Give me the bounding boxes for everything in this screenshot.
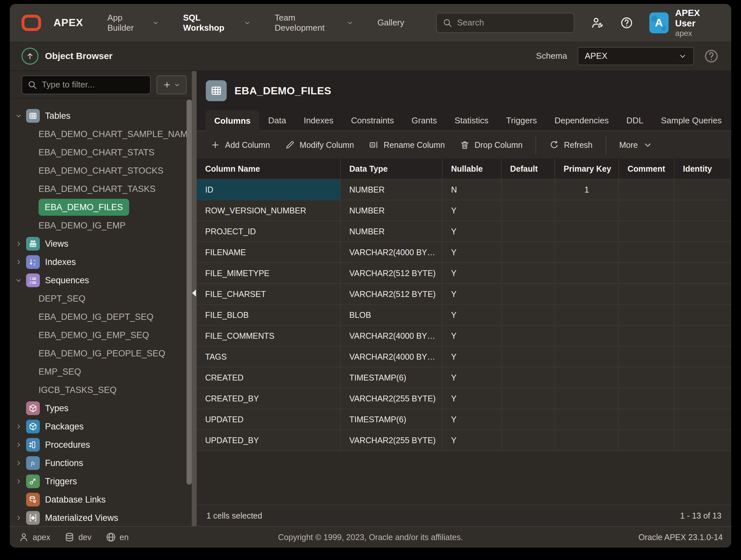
cell-file_comments-column-name[interactable]: FILE_COMMENTS [197,326,341,347]
cell-file_mimetype-nullable[interactable]: Y [443,263,501,284]
cell-created-column-name[interactable]: CREATED [197,367,341,388]
tree-node-functions[interactable]: fxFunctions [10,454,192,472]
cell-updated-data-type[interactable]: TIMESTAMP(6) [341,409,443,430]
tree-leaf-igcb_tasks_seq[interactable]: IGCB_TASKS_SEQ [10,381,192,399]
cell-file_mimetype-data-type[interactable]: VARCHAR2(512 BYTE) [341,263,443,284]
splitter-collapse-handle[interactable] [192,290,196,297]
tree-node-views[interactable]: Views [10,235,192,253]
cell-created-comment[interactable] [619,367,674,388]
cell-file_charset-column-name[interactable]: FILE_CHARSET [197,284,341,305]
help-icon[interactable] [620,15,634,30]
cell-updated_by-comment[interactable] [619,430,674,451]
cell-created-primary-key[interactable] [555,367,619,388]
cell-updated_by-data-type[interactable]: VARCHAR2(255 BYTE) [341,430,443,451]
create-object-button[interactable] [156,75,187,94]
cell-updated-default[interactable] [501,409,555,430]
tab-indexes[interactable]: Indexes [295,110,342,131]
cell-created_by-default[interactable] [501,388,555,409]
cell-updated-nullable[interactable]: Y [443,409,501,430]
cell-created_by-primary-key[interactable] [555,388,619,409]
back-up-button[interactable] [21,48,39,65]
nav-menu-team-development[interactable]: Team Development [275,13,353,33]
tab-columns[interactable]: Columns [205,110,259,131]
cell-file_mimetype-column-name[interactable]: FILE_MIMETYPE [197,263,341,284]
tree-leaf-eba_demo_chart_stocks[interactable]: EBA_DEMO_CHART_STOCKS [10,162,192,180]
cell-id-comment[interactable] [619,180,674,200]
cell-file_charset-default[interactable] [501,284,555,305]
cell-row_version_number-comment[interactable] [619,200,674,221]
cell-updated-column-name[interactable]: UPDATED [197,409,341,430]
cell-file_charset-data-type[interactable]: VARCHAR2(512 BYTE) [341,284,443,305]
cell-created-identity[interactable] [674,367,731,388]
cell-file_blob-data-type[interactable]: BLOB [341,305,443,326]
cell-file_blob-nullable[interactable]: Y [443,305,501,326]
footer-item-dev[interactable]: dev [64,532,91,543]
cell-file_blob-primary-key[interactable] [555,305,619,326]
cell-filename-identity[interactable] [674,242,731,263]
cell-row_version_number-identity[interactable] [674,200,731,221]
cell-file_charset-primary-key[interactable] [555,284,619,305]
cell-created-default[interactable] [501,367,555,388]
cell-id-identity[interactable] [674,180,731,200]
cell-row_version_number-nullable[interactable]: Y [443,200,501,221]
cell-filename-data-type[interactable]: VARCHAR2(4000 BY… [341,242,443,263]
cell-tags-primary-key[interactable] [555,347,619,367]
tree-leaf-eba_demo_ig_dept_seq[interactable]: EBA_DEMO_IG_DEPT_SEQ [10,308,192,326]
cell-updated_by-primary-key[interactable] [555,430,619,451]
cell-project_id-default[interactable] [501,221,555,242]
cell-filename-default[interactable] [501,242,555,263]
tab-triggers[interactable]: Triggers [497,110,546,131]
cell-created-nullable[interactable]: Y [443,367,501,388]
tree-node-database-links[interactable]: Database Links [10,491,192,509]
cell-filename-nullable[interactable]: Y [443,242,501,263]
cell-file_comments-comment[interactable] [619,326,674,347]
cell-project_id-column-name[interactable]: PROJECT_ID [197,221,341,242]
add-column-button[interactable]: Add Column [210,140,270,150]
cell-id-nullable[interactable]: N [443,180,501,200]
tree-node-triggers[interactable]: Triggers [10,472,192,491]
tab-statistics[interactable]: Statistics [446,110,497,131]
tab-grants[interactable]: Grants [403,110,446,131]
cell-updated_by-identity[interactable] [674,430,731,451]
cell-file_mimetype-default[interactable] [501,263,555,284]
tree-leaf-eba_demo_ig_emp_seq[interactable]: EBA_DEMO_IG_EMP_SEQ [10,326,192,344]
cell-file_charset-nullable[interactable]: Y [443,284,501,305]
tree-leaf-eba_demo_ig_emp[interactable]: EBA_DEMO_IG_EMP [10,216,192,235]
cell-tags-data-type[interactable]: VARCHAR2(4000 BY… [341,347,443,367]
tree-node-materialized-views[interactable]: Materialized Views [10,509,192,526]
cell-created_by-identity[interactable] [674,388,731,409]
cell-updated-identity[interactable] [674,409,731,430]
cell-id-data-type[interactable]: NUMBER [341,180,443,200]
cell-file_mimetype-comment[interactable] [619,263,674,284]
cell-id-column-name[interactable]: ID [197,180,341,200]
cell-file_charset-identity[interactable] [674,284,731,305]
cell-file_mimetype-primary-key[interactable] [555,263,619,284]
cell-filename-comment[interactable] [619,242,674,263]
drop-column-button[interactable]: Drop Column [460,140,523,150]
cell-created-data-type[interactable]: TIMESTAMP(6) [341,367,443,388]
schema-select[interactable]: APEX [578,47,694,65]
cell-updated_by-default[interactable] [501,430,555,451]
tree-leaf-emp_seq[interactable]: EMP_SEQ [10,363,192,381]
tab-sample-queries[interactable]: Sample Queries [652,110,730,131]
cell-row_version_number-primary-key[interactable] [555,200,619,221]
cell-project_id-identity[interactable] [674,221,731,242]
tree-filter-input[interactable] [42,80,145,90]
tree-leaf-dept_seq[interactable]: DEPT_SEQ [10,290,192,308]
cell-file_comments-nullable[interactable]: Y [443,326,501,347]
cell-updated_by-nullable[interactable]: Y [443,430,501,451]
tree-node-tables[interactable]: Tables [10,107,192,125]
cell-tags-column-name[interactable]: TAGS [197,347,341,367]
tree-leaf-eba_demo_files[interactable]: EBA_DEMO_FILES [10,198,192,216]
cell-project_id-data-type[interactable]: NUMBER [341,221,443,242]
cell-project_id-primary-key[interactable] [555,221,619,242]
tab-ddl[interactable]: DDL [617,110,652,131]
cell-tags-comment[interactable] [619,347,674,367]
cell-file_charset-comment[interactable] [619,284,674,305]
cell-file_blob-default[interactable] [501,305,555,326]
cell-updated_by-column-name[interactable]: UPDATED_BY [197,430,341,451]
admin-person-wrench-icon[interactable] [590,15,604,30]
cell-created_by-nullable[interactable]: Y [443,388,501,409]
cell-project_id-comment[interactable] [619,221,674,242]
cell-created_by-comment[interactable] [619,388,674,409]
